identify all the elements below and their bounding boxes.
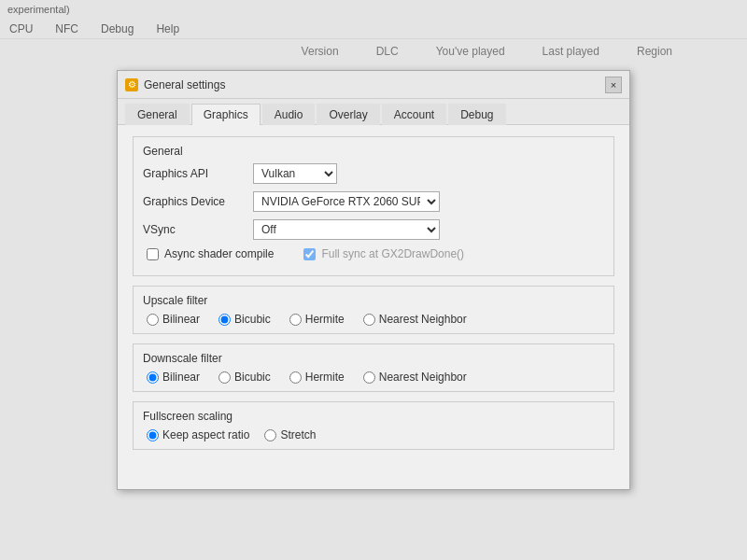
general-section: General Graphics API Vulkan OpenGL Direc… [133,136,614,276]
upscale-section-title: Upscale filter [143,294,604,307]
fullscreen-radio-group: Keep aspect ratio Stretch [147,428,604,441]
upscale-section: Upscale filter Bilinear Bicubic Hermite [133,286,614,334]
graphics-api-label: Graphics API [143,167,246,180]
fullscreen-keep-aspect[interactable]: Keep aspect ratio [147,428,249,441]
general-settings-modal: ⚙ General settings × General Graphics Au… [117,70,630,490]
graphics-api-control: Vulkan OpenGL DirectX 12 [253,163,337,184]
modal-body: General Graphics API Vulkan OpenGL Direc… [118,125,629,470]
full-sync-label: Full sync at GX2DrawDone() [321,247,464,260]
modal-icon: ⚙ [125,78,138,91]
upscale-radio-group: Bilinear Bicubic Hermite Nearest Neighbo… [147,313,604,326]
vsync-select[interactable]: Off On Adaptive [253,219,440,240]
tab-account[interactable]: Account [382,104,446,125]
async-shader-label[interactable]: Async shader compile [164,247,274,260]
upscale-hermite[interactable]: Hermite [289,313,345,326]
full-sync-checkbox[interactable] [303,248,316,260]
async-shader-checkbox[interactable] [147,248,159,260]
upscale-bicubic[interactable]: Bicubic [218,313,271,326]
downscale-section-title: Downscale filter [143,352,604,365]
downscale-hermite[interactable]: Hermite [289,371,345,384]
tab-graphics[interactable]: Graphics [191,104,261,125]
modal-title: General settings [144,78,225,91]
tab-audio[interactable]: Audio [262,104,316,125]
async-shader-row: Async shader compile Full sync at GX2Dra… [147,247,604,260]
upscale-bilinear[interactable]: Bilinear [147,313,200,326]
tab-general[interactable]: General [125,104,190,125]
fullscreen-stretch[interactable]: Stretch [264,428,316,441]
downscale-section: Downscale filter Bilinear Bicubic Hermit… [133,343,614,392]
upscale-nearest[interactable]: Nearest Neighbor [363,313,467,326]
close-button[interactable]: × [605,77,622,93]
graphics-device-select[interactable]: NVIDIA GeForce RTX 2060 SUPER [253,191,440,212]
graphics-device-control: NVIDIA GeForce RTX 2060 SUPER [253,191,440,212]
graphics-device-row: Graphics Device NVIDIA GeForce RTX 2060 … [143,191,604,212]
vsync-label: VSync [143,223,246,236]
downscale-bicubic[interactable]: Bicubic [218,371,271,384]
downscale-radio-group: Bilinear Bicubic Hermite Nearest Neighbo… [147,371,604,384]
tab-overlay[interactable]: Overlay [317,104,379,125]
vsync-control: Off On Adaptive [253,219,440,240]
downscale-nearest[interactable]: Nearest Neighbor [363,371,467,384]
general-section-title: General [143,145,604,158]
tab-bar: General Graphics Audio Overlay Account D… [118,99,629,125]
fullscreen-section: Fullscreen scaling Keep aspect ratio Str… [133,401,614,450]
downscale-bilinear[interactable]: Bilinear [147,371,200,384]
graphics-api-row: Graphics API Vulkan OpenGL DirectX 12 [143,163,604,184]
graphics-api-select[interactable]: Vulkan OpenGL DirectX 12 [253,163,337,184]
modal-titlebar: ⚙ General settings × [118,71,629,99]
fullscreen-section-title: Fullscreen scaling [143,410,604,423]
tab-debug[interactable]: Debug [448,104,505,125]
vsync-row: VSync Off On Adaptive [143,219,604,240]
modal-overlay: ⚙ General settings × General Graphics Au… [0,0,747,560]
graphics-device-label: Graphics Device [143,195,246,208]
